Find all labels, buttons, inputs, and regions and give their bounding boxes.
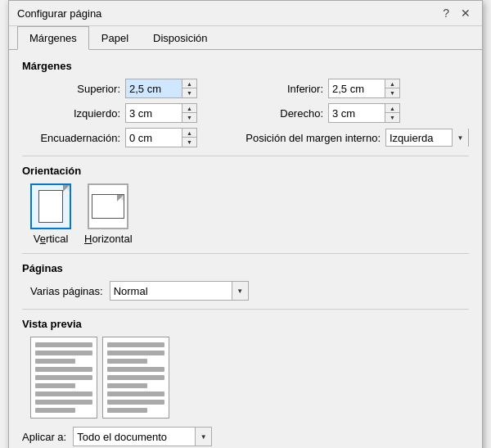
preview-line [107,351,164,355]
vertical-page-icon [38,190,63,223]
preview-line [107,408,147,413]
preview-line [107,367,164,372]
dialog-configurar-pagina: Configurar página ? ✕ Márgenes Papel Dis… [8,0,483,448]
aplicar-row: Aplicar a: Todo el documento De aquí en … [22,427,469,446]
posicion-row: Posición del margen interno: Izquierda A… [233,128,469,147]
izquierdo-input[interactable] [126,104,182,122]
superior-spinner-buttons: ▲ ▼ [182,79,196,97]
preview-line [107,359,147,364]
izquierdo-down[interactable]: ▼ [182,113,196,122]
derecho-spinner-buttons: ▲ ▼ [385,104,399,122]
inferior-down[interactable]: ▼ [385,88,399,97]
preview-line [107,391,164,396]
preview-box [22,337,469,419]
orientacion-section: Orientación Vertical [22,165,469,245]
inferior-spinner-buttons: ▲ ▼ [385,79,399,97]
posicion-select[interactable]: Izquierda Arriba [386,129,452,146]
inferior-label: Inferior: [233,83,323,95]
paginas-section: Páginas Varias páginas: Normal Márgenes … [22,262,469,301]
superior-row: Superior: ▲ ▼ [30,79,217,98]
orientation-options: Vertical Horizontal [22,183,469,245]
tab-content: Márgenes Superior: ▲ ▼ Inferior: [9,50,482,448]
encuadernacion-label: Encuadernación: [30,132,120,144]
izquierdo-spinner-buttons: ▲ ▼ [182,104,196,122]
tab-disposicion[interactable]: Disposición [141,26,219,50]
varias-label: Varias páginas: [30,285,103,297]
preview-line [35,342,92,347]
tab-bar: Márgenes Papel Disposición [9,26,482,50]
preview-line [35,375,92,380]
margenes-form: Superior: ▲ ▼ Inferior: ▲ ▼ [22,79,469,147]
izquierdo-label: Izquierdo: [30,107,120,120]
tab-papel[interactable]: Papel [89,26,141,50]
preview-section: Vista previa [22,318,469,419]
preview-page-2 [102,337,169,419]
varias-dropdown: Normal Márgenes simétricos 2 páginas por… [110,281,249,301]
derecho-spinner: ▲ ▼ [328,103,400,123]
title-bar-buttons: ? ✕ [439,6,474,20]
superior-spinner: ▲ ▼ [125,79,197,98]
horizontal-underline: H [84,233,92,245]
izquierdo-row: Izquierdo: ▲ ▼ [30,103,217,123]
orientacion-title: Orientación [22,165,469,177]
preview-line [35,367,92,372]
preview-line [35,359,75,364]
vertical-label-rest: rtical [46,233,68,245]
inferior-up[interactable]: ▲ [385,79,399,88]
preview-line [35,383,75,388]
orientation-horizontal[interactable]: Horizontal [84,183,133,245]
margenes-section-title: Márgenes [22,60,469,72]
derecho-label: Derecho: [233,107,323,120]
pages-row: Varias páginas: Normal Márgenes simétric… [22,281,469,301]
title-bar: Configurar página ? ✕ [9,1,482,26]
close-button[interactable]: ✕ [457,6,474,20]
encuadernacion-down[interactable]: ▼ [182,138,196,147]
vertical-label: Vertical [34,233,69,245]
aplicar-select[interactable]: Todo el documento De aquí en adelante [74,428,195,446]
preview-line [107,375,164,380]
posicion-dropdown: Izquierda Arriba ▼ [385,129,469,147]
horizontal-label-rest: orizontal [92,233,132,245]
aplicar-label: Aplicar a: [22,431,66,443]
superior-up[interactable]: ▲ [182,79,196,88]
paginas-title: Páginas [22,262,469,274]
preview-line [35,351,92,355]
derecho-up[interactable]: ▲ [385,104,399,113]
inferior-row: Inferior: ▲ ▼ [233,79,469,98]
encuadernacion-spinner-buttons: ▲ ▼ [182,129,196,147]
preview-page-1 [30,337,97,419]
encuadernacion-input[interactable] [126,129,182,147]
preview-line [35,408,75,413]
horizontal-page-icon [92,194,124,219]
orientation-vertical[interactable]: Vertical [30,183,71,245]
vertical-label-text: V [34,233,40,245]
inferior-input[interactable] [329,79,385,97]
vertical-icon-box [30,183,71,229]
varias-arrow[interactable]: ▼ [232,282,248,300]
preview-line [107,342,164,347]
izquierdo-spinner: ▲ ▼ [125,103,197,123]
posicion-arrow[interactable]: ▼ [452,129,468,147]
superior-label: Superior: [30,83,120,95]
horizontal-icon-box [88,183,128,229]
help-button[interactable]: ? [439,6,453,20]
derecho-input[interactable] [329,104,385,122]
preview-line [107,400,164,405]
superior-input[interactable] [126,79,182,97]
inferior-spinner: ▲ ▼ [328,79,400,98]
horizontal-label: Horizontal [84,233,133,245]
tab-margenes[interactable]: Márgenes [17,26,89,50]
posicion-label: Posición del margen interno: [233,132,381,144]
aplicar-arrow[interactable]: ▼ [195,428,211,446]
izquierdo-up[interactable]: ▲ [182,104,196,113]
preview-line [107,383,147,388]
derecho-row: Derecho: ▲ ▼ [233,103,469,123]
derecho-down[interactable]: ▼ [385,113,399,122]
preview-title: Vista previa [22,318,469,330]
superior-down[interactable]: ▼ [182,88,196,97]
preview-line [35,400,92,405]
dialog-title: Configurar página [17,7,101,20]
varias-select[interactable]: Normal Márgenes simétricos 2 páginas por… [110,282,232,300]
encuadernacion-up[interactable]: ▲ [182,129,196,138]
preview-line [35,391,92,396]
